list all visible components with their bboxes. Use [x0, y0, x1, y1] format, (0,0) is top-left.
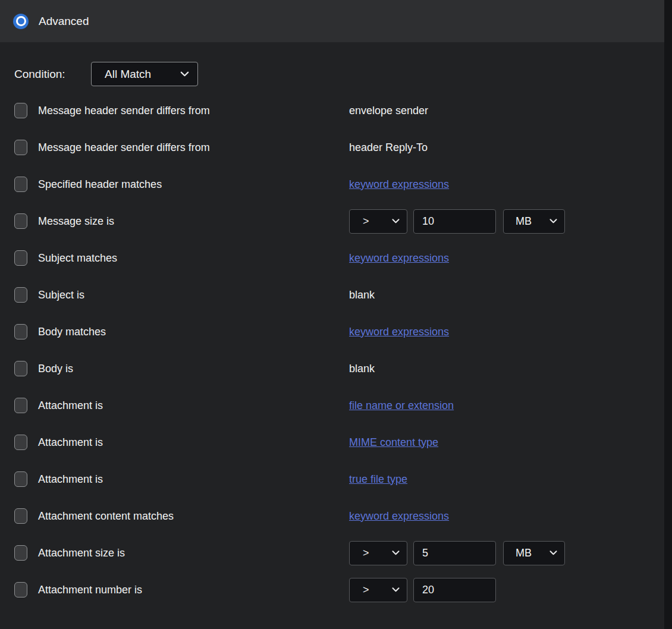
- filter-condition-row: Attachment number is>: [0, 571, 664, 608]
- filter-condition-row: Body matcheskeyword expressions: [0, 313, 664, 350]
- condition-value-cell: envelope sender: [349, 105, 428, 117]
- condition-row-label: Body matches: [38, 326, 349, 338]
- condition-value-text: header Reply-To: [349, 141, 428, 154]
- condition-checkbox[interactable]: [14, 250, 27, 266]
- condition-checkbox[interactable]: [14, 471, 27, 487]
- filter-condition-row: Message size is>MB: [0, 203, 664, 240]
- filter-condition-row: Attachment size is>MB: [0, 534, 664, 571]
- unit-select-value: MB: [516, 547, 532, 559]
- condition-value-cell: keyword expressions: [349, 326, 449, 338]
- condition-row-label: Attachment number is: [38, 584, 349, 596]
- chevron-down-icon: [392, 551, 400, 555]
- condition-checkbox[interactable]: [14, 582, 27, 597]
- condition-value-cell: keyword expressions: [349, 252, 449, 265]
- condition-row-label: Attachment is: [38, 436, 349, 449]
- condition-checkbox[interactable]: [14, 435, 27, 450]
- condition-checkbox[interactable]: [14, 177, 27, 192]
- operator-select[interactable]: >: [349, 578, 407, 602]
- amount-input[interactable]: [413, 209, 496, 234]
- condition-checkbox[interactable]: [14, 324, 27, 339]
- condition-value-cell: >MB: [349, 541, 565, 565]
- condition-value-link[interactable]: keyword expressions: [349, 326, 449, 338]
- condition-value-link[interactable]: true file type: [349, 473, 407, 486]
- advanced-label: Advanced: [39, 15, 89, 28]
- chevron-down-icon: [549, 551, 557, 555]
- filter-condition-row: Attachment isfile name or extension: [0, 387, 664, 424]
- condition-checkbox[interactable]: [14, 287, 27, 303]
- advanced-radio[interactable]: [13, 14, 29, 29]
- filter-condition-row: Attachment isMIME content type: [0, 424, 664, 461]
- condition-row-label: Attachment size is: [38, 547, 349, 559]
- condition-checkbox[interactable]: [14, 545, 27, 561]
- condition-value-cell: >: [349, 578, 496, 602]
- condition-value-cell: keyword expressions: [349, 510, 449, 523]
- filter-condition-row: Message header sender differs fromenvelo…: [0, 92, 664, 129]
- amount-input[interactable]: [413, 541, 496, 565]
- condition-value-link[interactable]: keyword expressions: [349, 252, 449, 265]
- condition-row-label: Message header sender differs from: [38, 105, 349, 117]
- condition-checkbox[interactable]: [14, 508, 27, 524]
- condition-match-row: Condition: All Match: [0, 62, 664, 86]
- condition-value-link[interactable]: keyword expressions: [349, 510, 449, 523]
- condition-label: Condition:: [0, 68, 91, 81]
- condition-value-text: blank: [349, 363, 375, 375]
- unit-select[interactable]: MB: [503, 209, 565, 234]
- advanced-option-row: Advanced: [0, 0, 664, 42]
- operator-select-value: >: [363, 547, 369, 559]
- radio-dot: [18, 18, 24, 24]
- condition-value-cell: blank: [349, 363, 375, 375]
- chevron-down-icon: [392, 219, 400, 224]
- condition-value-cell: true file type: [349, 473, 407, 486]
- operator-select-value: >: [363, 215, 369, 228]
- condition-value-cell: >MB: [349, 209, 565, 234]
- condition-value-text: envelope sender: [349, 105, 428, 117]
- unit-select[interactable]: MB: [503, 541, 565, 565]
- condition-row-label: Specified header matches: [38, 178, 349, 191]
- filter-condition-row: Message header sender differs fromheader…: [0, 129, 664, 166]
- unit-select-value: MB: [516, 215, 532, 228]
- condition-value-cell: MIME content type: [349, 436, 438, 449]
- condition-value-text: blank: [349, 289, 375, 301]
- radio-ring: [16, 16, 26, 26]
- condition-value-cell: keyword expressions: [349, 178, 449, 191]
- condition-checkbox[interactable]: [14, 103, 27, 118]
- amount-input[interactable]: [413, 578, 496, 602]
- chevron-down-icon: [180, 71, 189, 77]
- condition-value-cell: blank: [349, 289, 375, 301]
- operator-select-value: >: [363, 584, 369, 596]
- filter-condition-row: Body isblank: [0, 350, 664, 387]
- condition-row-label: Attachment is: [38, 473, 349, 486]
- condition-checkbox[interactable]: [14, 213, 27, 229]
- condition-value-link[interactable]: file name or extension: [349, 400, 454, 412]
- condition-value-cell: file name or extension: [349, 400, 454, 412]
- condition-match-select-value: All Match: [105, 68, 151, 81]
- operator-select[interactable]: >: [349, 541, 407, 565]
- condition-checkbox[interactable]: [14, 140, 27, 155]
- condition-value-link[interactable]: MIME content type: [349, 436, 438, 449]
- filter-condition-row: Subject matcheskeyword expressions: [0, 240, 664, 276]
- condition-value-link[interactable]: keyword expressions: [349, 178, 449, 191]
- chevron-down-icon: [392, 587, 400, 592]
- condition-checkbox[interactable]: [14, 398, 27, 413]
- filter-condition-row: Specified header matcheskeyword expressi…: [0, 166, 664, 203]
- condition-row-label: Attachment content matches: [38, 510, 349, 523]
- condition-match-select[interactable]: All Match: [91, 62, 198, 86]
- advanced-conditions-panel: Condition: All Match Message header send…: [0, 62, 664, 608]
- condition-checkbox[interactable]: [14, 361, 27, 376]
- condition-rows-list: Message header sender differs fromenvelo…: [0, 92, 664, 608]
- condition-row-label: Message header sender differs from: [38, 141, 349, 154]
- condition-value-cell: header Reply-To: [349, 141, 428, 154]
- condition-row-label: Attachment is: [38, 400, 349, 412]
- condition-row-label: Subject matches: [38, 252, 349, 265]
- condition-row-label: Message size is: [38, 215, 349, 228]
- scrollbar-track[interactable]: [664, 0, 672, 629]
- filter-condition-row: Attachment istrue file type: [0, 461, 664, 498]
- operator-select[interactable]: >: [349, 209, 407, 234]
- filter-condition-row: Subject isblank: [0, 276, 664, 313]
- filter-condition-row: Attachment content matcheskeyword expres…: [0, 498, 664, 534]
- condition-row-label: Subject is: [38, 289, 349, 301]
- condition-row-label: Body is: [38, 363, 349, 375]
- chevron-down-icon: [549, 219, 557, 224]
